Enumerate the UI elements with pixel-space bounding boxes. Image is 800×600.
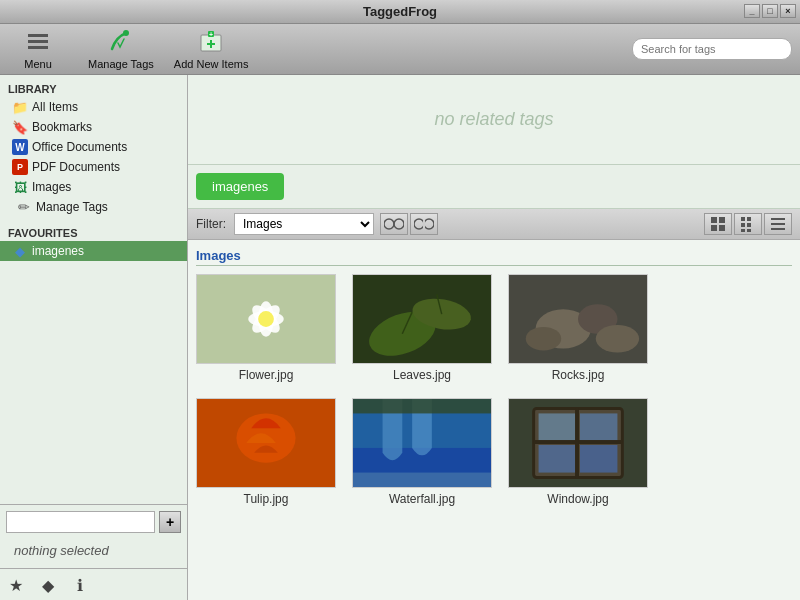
- search-area: [632, 38, 792, 60]
- sidebar-office-label: Office Documents: [32, 140, 127, 154]
- add-new-items-label: Add New Items: [174, 58, 249, 70]
- svg-text:+: +: [209, 31, 213, 38]
- app-title: TaggedFrog: [363, 4, 437, 19]
- gallery-rocks-name: Rocks.jpg: [552, 368, 605, 382]
- active-tag-row: imagenes: [188, 165, 800, 209]
- gallery-item-flower[interactable]: Flower.jpg: [196, 274, 336, 382]
- minimize-button[interactable]: _: [744, 4, 760, 18]
- menu-label: Menu: [24, 58, 52, 70]
- active-tag-button[interactable]: imagenes: [196, 173, 284, 200]
- svg-point-12: [424, 219, 434, 229]
- svg-rect-0: [28, 34, 48, 37]
- gallery-grid: Flower.jpg Leaves.jpg: [196, 274, 792, 506]
- star-icon[interactable]: ★: [4, 573, 28, 597]
- svg-point-9: [384, 219, 394, 229]
- sidebar-item-bookmarks[interactable]: 🔖 Bookmarks: [0, 117, 187, 137]
- svg-rect-47: [353, 399, 491, 414]
- filter-toggle-group: [380, 213, 438, 235]
- gallery-item-leaves[interactable]: Leaves.jpg: [352, 274, 492, 382]
- svg-rect-56: [575, 409, 579, 478]
- gallery-item-window[interactable]: Window.jpg: [508, 398, 648, 506]
- sidebar-item-manage-tags[interactable]: ✏ Manage Tags: [4, 197, 187, 217]
- tag-input-row: +: [6, 511, 181, 533]
- sidebar-item-imagenes[interactable]: ◆ imagenes: [0, 241, 187, 261]
- favourites-section-title: FAVOURITES: [0, 223, 187, 241]
- content-area: no related tags imagenes Filter: All Ima…: [188, 75, 800, 600]
- manage-tags-icon: [107, 28, 135, 56]
- sidebar-all-items-label: All Items: [32, 100, 78, 114]
- gallery-item-tulip[interactable]: Tulip.jpg: [196, 398, 336, 506]
- svg-point-10: [394, 219, 404, 229]
- word-icon: W: [12, 139, 28, 155]
- thumb-window: [508, 398, 648, 488]
- svg-rect-1: [28, 40, 48, 43]
- sidebar-manage-tags-label: Manage Tags: [36, 200, 108, 214]
- thumb-flower: [196, 274, 336, 364]
- add-tag-button[interactable]: +: [159, 511, 181, 533]
- svg-rect-22: [741, 229, 745, 232]
- gallery-item-waterfall[interactable]: Waterfall.jpg: [352, 398, 492, 506]
- thumb-waterfall: [352, 398, 492, 488]
- svg-point-42: [596, 325, 639, 353]
- maximize-button[interactable]: □: [762, 4, 778, 18]
- menu-icon: [24, 28, 52, 56]
- view-list-btn[interactable]: [764, 213, 792, 235]
- svg-rect-52: [580, 413, 617, 441]
- nothing-selected-label: nothing selected: [6, 539, 181, 562]
- filter-btn-1[interactable]: [380, 213, 408, 235]
- svg-rect-25: [771, 223, 785, 225]
- window-controls[interactable]: _ □ ×: [744, 4, 796, 18]
- svg-rect-54: [580, 445, 617, 473]
- svg-rect-2: [28, 46, 48, 49]
- diamond-icon: ◆: [12, 243, 28, 259]
- image-icon: 🖼: [12, 179, 28, 195]
- close-button[interactable]: ×: [780, 4, 796, 18]
- view-medium-btn[interactable]: [734, 213, 762, 235]
- thumb-tulip: [196, 398, 336, 488]
- sidebar-pdf-label: PDF Documents: [32, 160, 120, 174]
- library-section-title: LIBRARY: [0, 79, 187, 97]
- view-grid-btn[interactable]: [704, 213, 732, 235]
- svg-rect-23: [747, 229, 751, 232]
- gallery-area: Images Flower.jpg: [188, 240, 800, 600]
- gallery-item-rocks[interactable]: Rocks.jpg: [508, 274, 648, 382]
- filter-select[interactable]: All Images Bookmarks Office Documents PD…: [234, 213, 374, 235]
- svg-rect-15: [719, 217, 725, 223]
- manage-tags-sidebar-icon: ✏: [16, 199, 32, 215]
- svg-rect-16: [711, 225, 717, 231]
- bookmark-icon: 🔖: [12, 119, 28, 135]
- sidebar-imagenes-label: imagenes: [32, 244, 84, 258]
- svg-point-41: [526, 327, 561, 351]
- sidebar-bottom: + nothing selected: [0, 504, 187, 568]
- filter-btn-2[interactable]: [410, 213, 438, 235]
- info-icon[interactable]: ℹ: [68, 573, 92, 597]
- thumb-rocks: [508, 274, 648, 364]
- svg-rect-14: [711, 217, 717, 223]
- gallery-tulip-name: Tulip.jpg: [244, 492, 289, 506]
- add-new-items-button[interactable]: + Add New Items: [174, 28, 249, 70]
- svg-rect-19: [747, 217, 751, 221]
- sidebar-item-all-items[interactable]: 📁 All Items: [0, 97, 187, 117]
- manage-tags-button[interactable]: Manage Tags: [88, 28, 154, 70]
- sidebar-images-label: Images: [32, 180, 71, 194]
- sidebar-item-images[interactable]: 🖼 Images: [0, 177, 187, 197]
- menu-button[interactable]: Menu: [8, 28, 68, 70]
- svg-rect-17: [719, 225, 725, 231]
- search-input[interactable]: [632, 38, 792, 60]
- filter-label: Filter:: [196, 217, 226, 231]
- filter-bar: Filter: All Images Bookmarks Office Docu…: [188, 209, 800, 240]
- tags-area: no related tags: [188, 75, 800, 165]
- diamond-bottom-icon[interactable]: ◆: [36, 573, 60, 597]
- svg-rect-21: [747, 223, 751, 227]
- sidebar-item-pdf-documents[interactable]: P PDF Documents: [0, 157, 187, 177]
- gallery-waterfall-name: Waterfall.jpg: [389, 492, 455, 506]
- folder-icon: 📁: [12, 99, 28, 115]
- gallery-window-name: Window.jpg: [547, 492, 608, 506]
- sidebar-item-office-documents[interactable]: W Office Documents: [0, 137, 187, 157]
- tag-input[interactable]: [6, 511, 155, 533]
- gallery-flower-name: Flower.jpg: [239, 368, 294, 382]
- gallery-leaves-name: Leaves.jpg: [393, 368, 451, 382]
- svg-rect-51: [539, 413, 576, 441]
- svg-rect-26: [771, 228, 785, 230]
- no-related-tags-label: no related tags: [434, 109, 553, 130]
